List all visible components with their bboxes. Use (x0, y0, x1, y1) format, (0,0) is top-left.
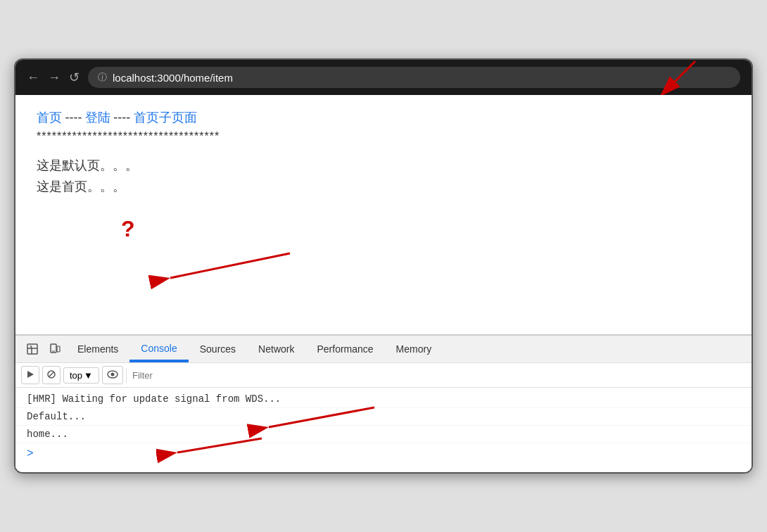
tab-console[interactable]: Console (129, 336, 188, 362)
default-text: 这是默认页。。。 (37, 157, 730, 174)
home-text: 这是首页。。。 (37, 178, 730, 195)
tab-sources[interactable]: Sources (189, 336, 247, 362)
question-mark: ? (121, 216, 135, 241)
console-block-button[interactable] (42, 366, 61, 384)
device-icon-button[interactable] (44, 336, 66, 362)
console-eye-button[interactable] (102, 366, 123, 384)
forward-button[interactable]: → (48, 71, 61, 84)
question-area: ? (121, 216, 135, 242)
console-line-hmr: [HMR] Waiting for update signal from WDS… (15, 391, 752, 408)
devtools-tabs: Elements Console Sources Network Perform… (15, 336, 752, 363)
breadcrumb-sep1: ---- (65, 110, 82, 125)
console-toolbar: top ▼ (15, 363, 752, 388)
svg-marker-8 (27, 371, 34, 378)
url-text: localhost:3000/home/item (113, 72, 233, 84)
tab-network[interactable]: Network (247, 336, 305, 362)
address-bar: ← → ↺ ⓘ localhost:3000/home/item (15, 60, 752, 95)
svg-line-3 (170, 253, 290, 278)
console-output: [HMR] Waiting for update signal from WDS… (15, 388, 752, 472)
filter-input[interactable] (126, 368, 746, 383)
page-content: 首页 ---- 登陆 ---- 首页子页面 ******************… (15, 95, 752, 334)
svg-rect-4 (27, 344, 37, 354)
svg-rect-6 (57, 346, 60, 352)
url-box[interactable]: ⓘ localhost:3000/home/item (88, 67, 740, 88)
tab-elements[interactable]: Elements (66, 336, 129, 362)
stars-line: ************************************ (37, 130, 730, 143)
back-button[interactable]: ← (27, 71, 39, 84)
console-line-home: home... (15, 426, 752, 443)
tab-memory[interactable]: Memory (385, 336, 443, 362)
inspector-icon-button[interactable] (21, 336, 44, 362)
dropdown-arrow: ▼ (84, 370, 93, 381)
console-line-default: Default... (15, 408, 752, 426)
svg-line-10 (49, 372, 54, 377)
browser-window: ← → ↺ ⓘ localhost:3000/home/item 首页 ----… (14, 58, 753, 474)
breadcrumb-sep2: ---- (113, 110, 130, 125)
top-label: top (70, 370, 82, 381)
top-selector[interactable]: top ▼ (63, 367, 99, 384)
console-play-button[interactable] (21, 366, 39, 384)
info-icon: ⓘ (98, 71, 107, 84)
reload-button[interactable]: ↺ (69, 71, 80, 84)
tab-performance[interactable]: Performance (305, 336, 384, 362)
breadcrumb: 首页 ---- 登陆 ---- 首页子页面 (37, 109, 730, 126)
breadcrumb-subpage[interactable]: 首页子页面 (134, 110, 197, 125)
svg-point-12 (110, 373, 114, 376)
arrow-question (114, 243, 297, 292)
console-prompt[interactable]: > (15, 443, 752, 464)
breadcrumb-login[interactable]: 登陆 (85, 110, 110, 125)
breadcrumb-home[interactable]: 首页 (37, 110, 62, 125)
devtools-panel: Elements Console Sources Network Perform… (15, 334, 752, 472)
